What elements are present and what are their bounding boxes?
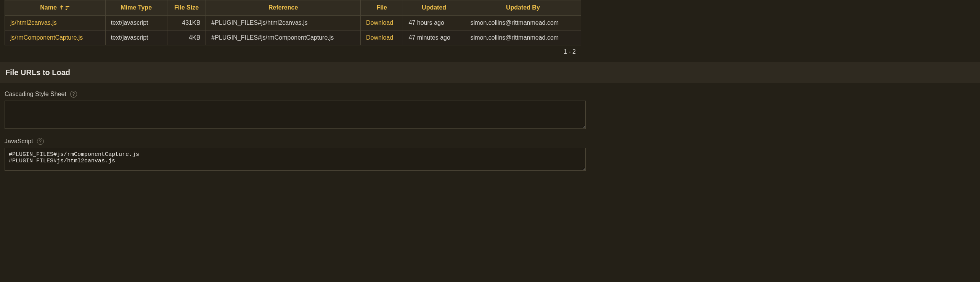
css-field-label: Cascading Style Sheet [5,91,66,98]
cell-updated-by: simon.collins@rittmanmead.com [465,30,581,45]
table-row: js/html2canvas.js text/javascript 431KB … [5,15,581,30]
cell-updated: 47 hours ago [403,15,465,30]
cell-reference: #PLUGIN_FILES#js/html2canvas.js [206,15,361,30]
col-updated-header[interactable]: Updated [403,0,465,16]
help-icon[interactable]: ? [37,138,44,145]
sort-lines-icon [65,5,70,11]
cell-mime: text/javascript [105,30,167,45]
file-name-link[interactable]: js/rmComponentCapture.js [10,34,83,41]
download-link[interactable]: Download [366,19,393,26]
cell-mime: text/javascript [105,15,167,30]
col-name-label: Name [40,4,57,11]
col-size-header[interactable]: File Size [167,0,206,16]
cell-updated-by: simon.collins@rittmanmead.com [465,15,581,30]
col-name-header[interactable]: Name [5,0,106,16]
cell-updated: 47 minutes ago [403,30,465,45]
pagination-text: 1 - 2 [5,45,581,62]
sort-indicator [60,5,70,11]
sort-asc-icon [60,5,64,11]
col-reference-header[interactable]: Reference [206,0,361,16]
col-file-header[interactable]: File [360,0,403,16]
cell-size: 431KB [167,15,206,30]
section-header-file-urls: File URLs to Load [0,62,980,83]
download-link[interactable]: Download [366,34,393,41]
js-field-label: JavaScript [5,138,33,145]
files-table: Name Mime Type File Size Reference File … [5,0,581,45]
cell-size: 4KB [167,30,206,45]
cell-reference: #PLUGIN_FILES#js/rmComponentCapture.js [206,30,361,45]
file-name-link[interactable]: js/html2canvas.js [10,19,57,26]
col-mime-header[interactable]: Mime Type [105,0,167,16]
help-icon[interactable]: ? [70,91,77,98]
css-urls-textarea[interactable] [5,101,586,129]
table-row: js/rmComponentCapture.js text/javascript… [5,30,581,45]
js-urls-textarea[interactable] [5,148,586,171]
col-updated-by-header[interactable]: Updated By [465,0,581,16]
